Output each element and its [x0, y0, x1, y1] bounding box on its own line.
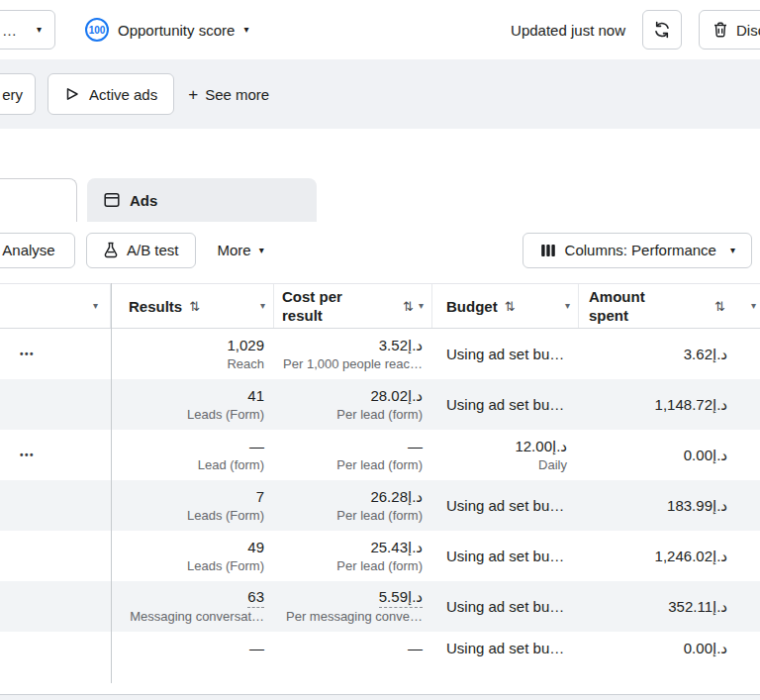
chevron-down-icon[interactable]: ▾: [565, 301, 570, 311]
budget-cell: Using ad set bu…: [432, 480, 579, 531]
columns-label: Columns: Performance: [565, 242, 716, 258]
truncated-filter-button[interactable]: ery: [0, 73, 36, 115]
row-menu-cell: •••: [0, 480, 111, 531]
results-cell: 7 Leads (Form): [111, 480, 274, 531]
table-row[interactable]: ••• 7 Leads (Form) 26.28د.إ Per lead (fo…: [0, 480, 760, 531]
results-cell: 63 Messaging conversat…: [111, 581, 274, 632]
results-type-label: Messaging conversat…: [130, 608, 264, 626]
budget-value: Using ad set bu…: [446, 597, 564, 617]
results-value: 63: [247, 587, 264, 608]
results-cell: — Lead (form): [111, 430, 274, 480]
table-row[interactable]: ••• — Lead (form) — Per lead (form) 12.0…: [0, 430, 760, 480]
topbar-actions: Updated just now Disc: [511, 10, 760, 50]
table-row[interactable]: ••• 49 Leads (Form) 25.43د.إ Per lead (f…: [0, 531, 760, 581]
amount-spent-cell: 1,246.02د.إ: [579, 531, 760, 581]
cost-per-result-cell: 5.59د.إ Per messaging conve…: [274, 581, 432, 632]
column-header-truncated[interactable]: ▾: [0, 284, 111, 328]
sort-icon[interactable]: ⇅: [189, 299, 200, 314]
chevron-down-icon[interactable]: ▾: [419, 301, 424, 311]
amount-spent-value: 183.99د.إ: [667, 496, 727, 516]
discard-drafts-button[interactable]: Disc: [699, 10, 760, 50]
play-icon: [64, 86, 80, 102]
results-cell: —: [111, 632, 274, 665]
refresh-button[interactable]: [642, 10, 682, 50]
cost-per-result-cell: 26.28د.إ Per lead (form): [274, 480, 432, 531]
row-menu-cell: •••: [0, 632, 111, 665]
row-more-menu-button[interactable]: •••: [20, 350, 35, 359]
truncated-dropdown-label: …: [2, 22, 17, 39]
row-menu-cell: •••: [0, 329, 111, 379]
cost-per-result-cell: 3.52د.إ Per 1,000 people reac…: [274, 329, 432, 379]
column-header-amount-spent[interactable]: Amount spent ⇅ ▾: [579, 284, 760, 328]
chevron-down-icon[interactable]: ▾: [260, 301, 265, 311]
table-row[interactable]: ••• — — Using ad set bu… 0.00د.إ: [0, 632, 760, 665]
table-row[interactable]: ••• 1,029 Reach 3.52د.إ Per 1,000 people…: [0, 329, 760, 379]
budget-cell: Using ad set bu…: [432, 632, 579, 665]
more-label: More: [218, 242, 251, 258]
columns-dropdown-button[interactable]: Columns: Performance ▾: [522, 233, 752, 268]
cost-per-result-cell: —: [274, 632, 432, 665]
cost-value: —: [408, 437, 423, 456]
cost-value: 26.28د.إ: [370, 487, 423, 507]
bottom-scrollbar-track[interactable]: [0, 694, 760, 700]
cost-type-label: Per lead (form): [336, 456, 423, 474]
budget-value: Using ad set bu…: [446, 547, 564, 566]
results-value: 41: [247, 386, 264, 406]
tab-truncated[interactable]: [0, 178, 77, 223]
budget-value: Using ad set bu…: [446, 395, 564, 415]
results-value: 1,029: [227, 336, 264, 355]
table-header: ▾ Results ⇅ ▾ Cost per result ⇅ ▾ Budget…: [0, 283, 760, 329]
active-ads-filter-button[interactable]: Active ads: [48, 73, 174, 115]
column-header-results[interactable]: Results ⇅ ▾: [111, 284, 274, 328]
see-more-button[interactable]: + See more: [188, 86, 269, 103]
cost-per-result-cell: 25.43د.إ Per lead (form): [274, 531, 432, 581]
results-type-label: Lead (form): [198, 456, 264, 474]
budget-cell: Using ad set bu…: [432, 379, 579, 430]
results-value: 49: [247, 538, 264, 557]
opportunity-score-badge: 100: [85, 18, 109, 42]
amount-spent-cell: 1,148.72د.إ: [579, 379, 760, 430]
results-cell: 41 Leads (Form): [111, 379, 274, 430]
amount-spent-value: 0.00د.إ: [684, 446, 727, 465]
cost-value: 28.02د.إ: [370, 386, 423, 406]
level-tabs: Ads: [0, 178, 760, 222]
column-header-cost-per-result[interactable]: Cost per result ⇅ ▾: [274, 284, 432, 328]
sort-icon[interactable]: ⇅: [505, 299, 516, 314]
chevron-down-icon[interactable]: ▾: [93, 301, 98, 311]
column-label: Budget: [446, 297, 498, 316]
more-button[interactable]: More ▾: [218, 242, 264, 258]
ads-tab-icon: [103, 191, 121, 209]
ab-test-button[interactable]: A/B test: [86, 233, 196, 268]
opportunity-score-dropdown[interactable]: 100 Opportunity score ▾: [85, 0, 248, 59]
row-menu-cell: •••: [0, 581, 111, 632]
results-cell: 1,029 Reach: [111, 329, 274, 379]
frozen-column-divider: [111, 283, 112, 683]
row-menu-cell: •••: [0, 379, 111, 430]
ab-test-label: A/B test: [127, 242, 179, 258]
tab-ads[interactable]: Ads: [87, 178, 317, 222]
amount-spent-value: 1,246.02د.إ: [655, 547, 727, 566]
sort-icon[interactable]: ⇅: [714, 299, 725, 314]
budget-cell: 12.00د.إ Daily: [432, 430, 579, 480]
sort-icon[interactable]: ⇅: [403, 299, 414, 314]
see-more-label: See more: [205, 86, 269, 103]
row-more-menu-button[interactable]: •••: [20, 450, 35, 460]
cost-type-label: Per lead (form): [336, 507, 423, 525]
analyse-button[interactable]: Analyse: [0, 233, 75, 268]
filter-bar: ery Active ads + See more: [0, 59, 760, 129]
budget-cell: Using ad set bu…: [432, 581, 579, 632]
results-value: —: [249, 437, 264, 456]
ads-table: ▾ Results ⇅ ▾ Cost per result ⇅ ▾ Budget…: [0, 283, 760, 700]
results-type-label: Reach: [227, 355, 264, 373]
column-header-budget[interactable]: Budget ⇅ ▾: [432, 284, 579, 328]
results-value: —: [249, 639, 264, 658]
cost-type-label: Per messaging conve…: [286, 608, 423, 626]
truncated-dropdown[interactable]: … ▾: [0, 10, 55, 50]
chevron-down-icon[interactable]: ▾: [751, 301, 756, 311]
cost-value: —: [408, 639, 423, 658]
table-row[interactable]: ••• 63 Messaging conversat… 5.59د.إ Per …: [0, 581, 760, 632]
results-cell: 49 Leads (Form): [111, 531, 274, 581]
table-row[interactable]: ••• 41 Leads (Form) 28.02د.إ Per lead (f…: [0, 379, 760, 430]
cost-type-label: Per 1,000 people reac…: [283, 355, 423, 373]
budget-value: Using ad set bu…: [446, 345, 564, 364]
